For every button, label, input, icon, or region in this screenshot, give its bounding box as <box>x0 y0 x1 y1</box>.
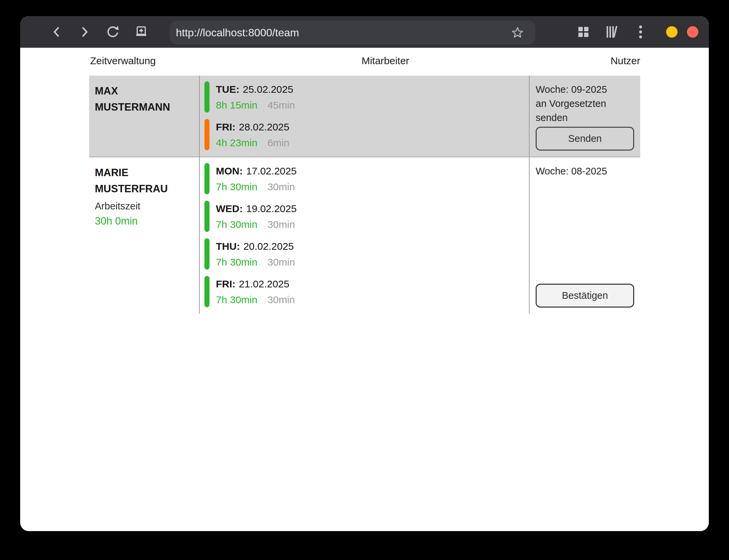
day-date: 21.02.2025 <box>239 278 289 289</box>
employee-days-cell: MON:17.02.2025 7h 30min30min WED:19.02.2… <box>199 157 530 314</box>
day-status-bar <box>204 163 209 194</box>
day-label: FRI: <box>216 278 235 289</box>
employee-table: MAX MUSTERMANN TUE:25.02.2025 8h 15min45… <box>89 76 640 314</box>
employee-days-cell: TUE:25.02.2025 8h 15min45min FRI:28.02.2… <box>199 76 530 157</box>
work-duration: 7h 30min <box>216 294 257 305</box>
day-date: 28.02.2025 <box>239 121 289 132</box>
top-nav: Zeitverwaltung Mitarbeiter Nutzer <box>20 55 709 71</box>
employee-name-line: MUSTERFRAU <box>95 181 196 197</box>
day-entry: TUE:25.02.2025 8h 15min45min <box>204 81 529 113</box>
work-duration: 8h 15min <box>216 99 257 111</box>
bestaetigen-button[interactable]: Bestätigen <box>536 284 634 308</box>
employee-name-cell: MAX MUSTERMANN <box>89 76 199 157</box>
senden-button[interactable]: Senden <box>536 127 634 151</box>
worktime-total: 30h 0min <box>95 213 196 229</box>
team-page: Zeitverwaltung Mitarbeiter Nutzer MAX MU… <box>20 48 709 531</box>
employee-name-line: MUSTERMANN <box>95 99 196 115</box>
nav-item-zeitverwaltung[interactable]: Zeitverwaltung <box>90 55 156 67</box>
menu-button[interactable] <box>633 25 648 39</box>
work-duration: 7h 30min <box>216 256 257 268</box>
week-action-cell: Woche: 08-2025 Bestätigen <box>530 157 640 314</box>
day-status-bar <box>204 201 209 232</box>
day-entry: FRI:28.02.2025 4h 23min6min <box>204 119 529 150</box>
day-entry: MON:17.02.2025 7h 30min30min <box>204 163 529 194</box>
day-date: 20.02.2025 <box>243 241 294 252</box>
worktime-label: Arbeitszeit <box>95 199 196 213</box>
day-date: 25.02.2025 <box>243 84 293 95</box>
nav-item-nutzer[interactable]: Nutzer <box>611 55 640 67</box>
back-button[interactable] <box>49 25 64 39</box>
break-duration: 6min <box>267 137 289 148</box>
day-status-bar <box>204 81 209 113</box>
table-row-max-mustermann: MAX MUSTERMANN TUE:25.02.2025 8h 15min45… <box>89 76 640 157</box>
forward-button[interactable] <box>77 25 92 39</box>
work-duration: 7h 30min <box>216 181 257 192</box>
forward-icon <box>78 25 91 39</box>
day-entry: THU:20.02.2025 7h 30min30min <box>204 238 529 270</box>
open-pages-button[interactable] <box>576 25 591 39</box>
close-button[interactable] <box>687 26 698 38</box>
break-duration: 30min <box>267 181 295 192</box>
table-row-marie-musterfrau: MARIE MUSTERFRAU Arbeitszeit 30h 0min MO… <box>89 157 640 314</box>
day-date: 17.02.2025 <box>246 165 297 176</box>
day-date: 19.02.2025 <box>246 203 297 214</box>
break-duration: 30min <box>267 256 295 268</box>
break-duration: 30min <box>267 294 295 305</box>
day-status-bar <box>204 276 209 307</box>
reload-icon <box>105 24 120 40</box>
library-icon <box>606 25 618 39</box>
back-icon <box>50 25 63 39</box>
add-window-button[interactable] <box>134 25 149 39</box>
day-label: MON: <box>216 165 243 176</box>
day-label: FRI: <box>216 121 235 132</box>
nav-item-mitarbeiter[interactable]: Mitarbeiter <box>361 55 409 67</box>
week-info-line: senden <box>536 111 634 125</box>
week-info-line: Woche: 09-2025 <box>536 82 634 96</box>
day-entry: WED:19.02.2025 7h 30min30min <box>204 201 529 232</box>
day-label: WED: <box>216 203 243 214</box>
day-label: TUE: <box>216 84 239 95</box>
employee-name-line: MARIE <box>95 165 196 181</box>
week-action-cell: Woche: 09-2025 an Vorgesetzten senden Se… <box>530 76 640 157</box>
day-status-bar <box>204 238 209 270</box>
minimize-button[interactable] <box>666 26 678 38</box>
reload-button[interactable] <box>105 25 120 39</box>
browser-window: http://localhost:8000/team <box>20 16 709 531</box>
day-entry: FRI:21.02.2025 7h 30min30min <box>204 276 529 307</box>
url-bar[interactable]: http://localhost:8000/team <box>170 21 535 45</box>
employee-name-line: MAX <box>95 83 196 99</box>
kebab-menu-icon <box>639 25 643 39</box>
break-duration: 45min <box>267 99 295 111</box>
day-label: THU: <box>216 241 240 252</box>
url-text: http://localhost:8000/team <box>176 27 299 39</box>
break-duration: 30min <box>267 219 295 230</box>
work-duration: 7h 30min <box>216 219 257 230</box>
add-window-icon <box>134 25 149 39</box>
work-duration: 4h 23min <box>216 137 257 148</box>
employee-name-cell: MARIE MUSTERFRAU Arbeitszeit 30h 0min <box>89 157 199 314</box>
week-info-line: an Vorgesetzten <box>536 96 634 111</box>
browser-toolbar: http://localhost:8000/team <box>20 16 709 48</box>
week-info-line: Woche: 08-2025 <box>536 164 634 178</box>
bookmark-star-icon[interactable] <box>511 26 524 39</box>
day-status-bar <box>204 119 209 150</box>
library-button[interactable] <box>605 25 619 39</box>
grid-icon <box>578 26 589 38</box>
